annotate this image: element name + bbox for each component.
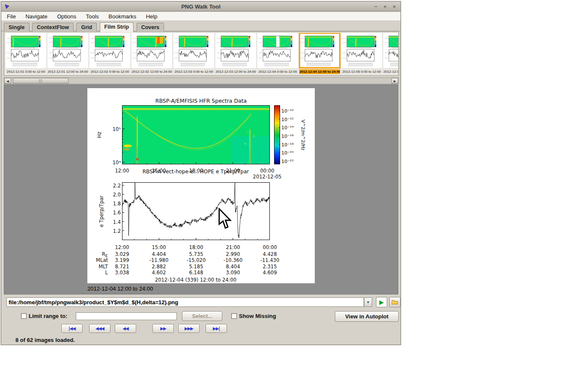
close-button[interactable]: × [391, 3, 398, 10]
thumbnail-image[interactable] [215, 33, 256, 68]
tab-covers[interactable]: Covers [137, 23, 164, 31]
scroll-left-icon: ◀ [6, 80, 9, 83]
thumbnail-image[interactable] [6, 33, 46, 68]
colorbar-tick: 10⁻¹⁸ [281, 142, 294, 148]
limit-range-label: Limit range to: [29, 313, 67, 319]
lineplot-title: RBSP-A vect-hope-e... HOPE e Tperp/Tpar [143, 169, 249, 175]
thumbnail-image[interactable] [299, 33, 340, 68]
tab-bar: Single ContextFlow Grid Film Strip Cover… [1, 22, 400, 31]
filmstrip-thumbnail[interactable]: 2012-12-02 12:00 to 24:00 [131, 33, 172, 74]
colorbar-tick: 10⁻²⁰ [281, 150, 294, 156]
thumbnail-image[interactable] [341, 33, 382, 68]
line-ytick: 2.2 [104, 183, 121, 189]
browse-button[interactable] [389, 297, 400, 307]
filmstrip-thumbnail[interactable]: 2012-12-01 12:00 to 24:00 [48, 33, 88, 74]
nav-next-jump-button[interactable]: ▶▶▶ [178, 324, 200, 333]
scrollbar-thumb[interactable] [13, 78, 69, 83]
line-xtick: 15:00 [152, 244, 166, 250]
tab-single[interactable]: Single [4, 23, 30, 31]
view-in-autoplot-button[interactable]: View in Autoplot [335, 311, 399, 322]
go-button[interactable]: ▶ [376, 297, 387, 307]
colorbar-tick: 10⁻¹⁴ [281, 125, 294, 131]
nav-last-button[interactable]: ▶▶| [206, 324, 227, 333]
line-ytick: 1.4 [104, 219, 121, 225]
filmstrip-thumbnail[interactable]: 2012-12-04 0:00 to 12:00 [257, 33, 298, 74]
colorbar-tick: 10⁻¹² [281, 117, 294, 122]
thumbnail-caption: 2012-12-03 0:00 to 12:00 [173, 69, 214, 74]
table-row-label: L [87, 270, 108, 276]
spec-xtick: 12:00 [115, 168, 129, 174]
spectrogram-ytick: 10⁴ [104, 160, 121, 166]
menu-file[interactable]: File [3, 12, 20, 21]
mini-plot [257, 33, 298, 68]
table-value: 2.882 [152, 264, 166, 270]
tab-film-strip[interactable]: Film Strip [100, 22, 134, 32]
table-value: 4.428 [263, 251, 277, 257]
thumbnail-image[interactable] [383, 33, 398, 68]
mini-plot [299, 33, 340, 68]
menu-options[interactable]: Options [53, 12, 80, 21]
colorbar [274, 105, 280, 164]
menu-navigate[interactable]: Navigate [21, 12, 51, 21]
menu-help[interactable]: Help [142, 12, 161, 21]
thumbnail-row: 2012-12-01 0:00 to 12:002012-12-01 12:00… [6, 33, 398, 74]
line-ytick: 1.6 [104, 210, 121, 216]
thumbnail-image[interactable] [257, 33, 298, 68]
play-icon: ▶ [379, 299, 384, 306]
filmstrip-thumbnail[interactable]: 2012-12-03 0:00 to 12:00 [173, 33, 214, 74]
menu-bookmarks[interactable]: Bookmarks [104, 12, 140, 21]
filmstrip-thumbnail[interactable]: 2012-12-05 12:00 to 24:00 [383, 33, 398, 74]
menu-tools[interactable]: Tools [82, 12, 102, 21]
maximize-button[interactable]: + [382, 3, 389, 10]
filmstrip-thumbnail[interactable]: 2012-12-01 0:00 to 12:00 [6, 33, 46, 74]
thumbnail-caption: 2012-12-04 12:00 to 24:00 [299, 69, 340, 74]
table-value: 5.735 [189, 251, 203, 257]
tab-contextflow[interactable]: ContextFlow [32, 23, 74, 31]
filmstrip-thumbnail[interactable]: 2012-12-05 0:00 to 12:00 [341, 33, 382, 74]
title-bar[interactable]: PNG Walk Tool − + × [1, 2, 400, 12]
scroll-left-button[interactable]: ◀ [4, 78, 11, 83]
thumbnail-image[interactable] [48, 33, 88, 68]
chevron-down-icon: ▼ [367, 300, 370, 304]
filmstrip-thumbnail[interactable]: 2012-12-04 12:00 to 24:00 [299, 33, 340, 74]
line-ytick: 2.0 [104, 192, 121, 198]
nav-first-button[interactable]: |◀◀ [61, 324, 83, 333]
filmstrip-panel: 2012-12-01 0:00 to 12:002012-12-01 12:00… [4, 32, 399, 76]
scrollbar-grip-icon [39, 79, 43, 83]
thumbnail-caption: 2012-12-02 12:00 to 24:00 [131, 69, 172, 74]
thumbnail-image[interactable] [173, 33, 214, 68]
nav-prev-jump-button[interactable]: ◀◀◀ [89, 324, 110, 333]
show-missing-checkbox[interactable] [231, 313, 237, 319]
filmstrip-scrollbar[interactable]: ◀ ▶ [4, 77, 399, 84]
table-value: 2.315 [263, 264, 277, 270]
mini-plot [173, 33, 214, 68]
filmstrip-thumbnail[interactable]: 2012-12-03 12:00 to 24:00 [215, 33, 256, 74]
line-xtick: 12:00 [115, 244, 129, 250]
table-value: -15.020 [187, 257, 206, 263]
table-value: 5.185 [189, 264, 203, 270]
tab-grid[interactable]: Grid [76, 23, 97, 31]
template-uri-input[interactable] [6, 297, 364, 307]
colorbar-tick: 10⁻¹⁰ [281, 108, 294, 114]
limit-range-input[interactable] [76, 312, 177, 320]
filmstrip-thumbnail[interactable]: 2012-12-02 0:00 to 12:00 [90, 33, 130, 74]
thumbnail-image[interactable] [131, 33, 172, 68]
nav-next-button[interactable]: ▶▶ [152, 324, 174, 333]
spectrogram-ylabel: Hz [96, 120, 102, 149]
table-value: 3.029 [115, 251, 129, 257]
thumbnail-image[interactable] [90, 33, 130, 68]
thumbnail-caption: 2012-12-02 0:00 to 12:00 [90, 69, 130, 74]
mini-plot [341, 33, 382, 68]
scroll-right-button[interactable]: ▶ [391, 78, 398, 83]
preview-image: RBSP-A/EMFISIS HFR Spectra Data [87, 88, 315, 283]
minimize-button[interactable]: − [372, 3, 379, 10]
line-xtick: 21:00 [226, 244, 240, 250]
select-button[interactable]: Select... [182, 311, 222, 321]
limit-range-checkbox[interactable] [21, 313, 27, 319]
colorbar-tick: 10⁻²² [281, 159, 294, 164]
template-dropdown-button[interactable]: ▼ [364, 297, 372, 307]
table-value: 2.990 [226, 251, 240, 257]
mouse-cursor-icon [218, 208, 234, 231]
nav-prev-button[interactable]: ◀◀ [115, 324, 136, 333]
line-xtick: 00:00 [263, 244, 277, 250]
